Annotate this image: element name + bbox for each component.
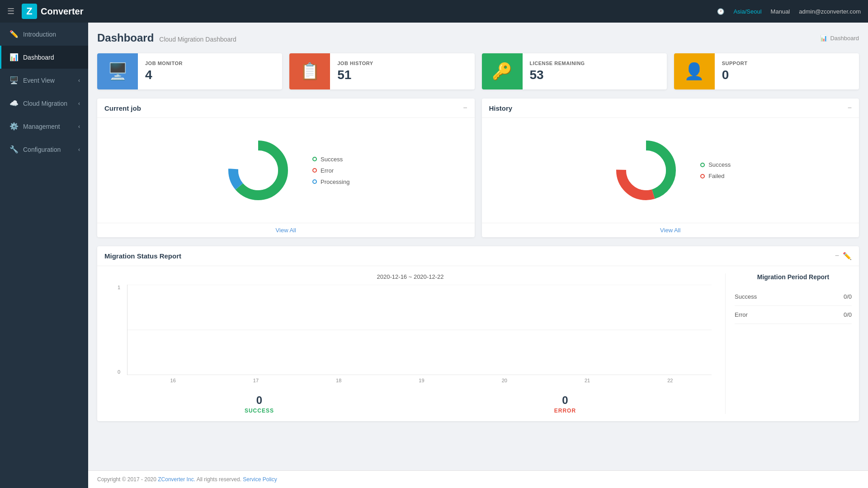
current-job-donut	[222, 134, 294, 206]
current-job-title: Current job	[104, 104, 141, 112]
footer-text: Copyright © 2017 - 2020	[97, 476, 158, 483]
wrench-icon: 🔧	[9, 145, 19, 154]
error-label: Error	[321, 167, 334, 174]
brand-name: Converter	[41, 6, 83, 17]
manual-link[interactable]: Manual	[771, 8, 790, 15]
sidebar-item-cloud-migration[interactable]: ☁️ Cloud Migration ‹	[0, 92, 88, 115]
bar-chart-svg	[127, 285, 712, 375]
timezone-clock-icon: 🕐	[717, 8, 724, 15]
chart-bar-icon: 📊	[820, 35, 827, 42]
current-job-legend: Success Error Processing	[312, 156, 349, 185]
period-report-title: Migration Period Report	[735, 273, 852, 281]
sidebar-item-configuration[interactable]: 🔧 Configuration ‹	[0, 138, 88, 161]
monitor-icon: 🖥️	[9, 76, 19, 84]
edit-icon: ✏️	[9, 30, 19, 38]
legend-processing: Processing	[312, 178, 349, 185]
x-axis-labels: 16 17 18 19 20 21 22	[127, 378, 716, 383]
navbar: ☰ Z Converter 🕐 Asia/Seoul Manual admin@…	[0, 0, 868, 23]
y-axis-labels: 1 0	[118, 285, 120, 375]
summary-error: 0 ERROR	[554, 394, 576, 414]
sidebar: ✏️ Introduction 📊 Dashboard 🖥️ Event Vie…	[0, 23, 88, 488]
summary-success-label: SUCCESS	[245, 408, 274, 414]
history-legend-success: Success	[700, 161, 731, 168]
z-logo: Z	[22, 4, 37, 19]
period-success-label: Success	[735, 293, 757, 300]
stat-card-license[interactable]: 🔑 LICENSE REMAINING 53	[482, 53, 667, 89]
summary-success: 0 SUCCESS	[245, 394, 274, 414]
chevron-right-icon-3: ‹	[78, 123, 80, 130]
history-success-dot	[700, 163, 705, 167]
job-history-icon: 📋	[289, 53, 330, 89]
processing-label: Processing	[321, 178, 349, 185]
period-error-value: 0/0	[844, 311, 852, 318]
job-monitor-body: JOB MONITOR 4	[138, 55, 282, 88]
chart-area: 2020-12-16 ~ 2020-12-22 1 0	[104, 273, 716, 414]
chevron-right-icon: ‹	[78, 77, 80, 84]
history-chart: Success Failed	[489, 125, 852, 216]
support-label: SUPPORT	[722, 61, 852, 66]
page-title: Dashboard	[97, 32, 154, 44]
migration-report-header: Migration Status Report − ✏️	[97, 246, 859, 266]
sidebar-item-event-view[interactable]: 🖥️ Event View ‹	[0, 69, 88, 92]
job-history-label: JOB HISTORY	[337, 61, 467, 66]
stat-card-job-monitor[interactable]: 🖥️ JOB MONITOR 4	[97, 53, 282, 89]
history-view-all[interactable]: View All	[482, 223, 859, 237]
minimize-icon-3[interactable]: −	[835, 252, 839, 260]
date-range: 2020-12-16 ~ 2020-12-22	[104, 273, 716, 280]
service-policy-link[interactable]: Service Policy	[243, 476, 277, 483]
timezone-link[interactable]: Asia/Seoul	[733, 8, 761, 15]
page-subtitle: Cloud Migration Dashboard	[159, 36, 236, 43]
bar-chart: 1 0	[127, 285, 712, 375]
history-panel: History −	[482, 99, 859, 237]
processing-dot	[312, 179, 317, 184]
company-link[interactable]: ZConverter Inc.	[158, 476, 195, 483]
success-dot	[312, 157, 317, 161]
x-label-21: 21	[585, 378, 590, 383]
summary-success-value: 0	[245, 394, 274, 407]
current-job-chart: Success Error Processing	[104, 125, 467, 216]
current-job-svg	[222, 134, 294, 206]
period-report-sidebar: Migration Period Report Success 0/0 Erro…	[725, 273, 852, 414]
sidebar-item-eventview-label: Event View	[23, 77, 55, 84]
page-header-left: Dashboard Cloud Migration Dashboard	[97, 32, 236, 44]
current-job-panel: Current job −	[97, 99, 475, 237]
support-value: 0	[722, 68, 852, 82]
sidebar-item-dashboard[interactable]: 📊 Dashboard	[0, 46, 88, 69]
license-label: LICENSE REMAINING	[530, 61, 660, 66]
footer-rest: All rights reserved.	[197, 476, 241, 483]
x-label-20: 20	[502, 378, 507, 383]
minimize-icon[interactable]: −	[463, 104, 467, 112]
history-failed-dot	[700, 174, 705, 178]
current-job-view-all[interactable]: View All	[97, 223, 475, 237]
menu-icon[interactable]: ☰	[7, 6, 14, 16]
history-svg	[610, 134, 682, 206]
y-label-0: 0	[118, 369, 120, 375]
sidebar-item-management[interactable]: ⚙️ Management ‹	[0, 115, 88, 138]
job-monitor-label: JOB MONITOR	[145, 61, 275, 66]
svg-point-2	[238, 150, 278, 190]
minimize-icon-2[interactable]: −	[848, 104, 852, 112]
stat-card-support[interactable]: 👤 SUPPORT 0	[674, 53, 859, 89]
x-label-19: 19	[419, 378, 424, 383]
period-success-value: 0/0	[844, 293, 852, 300]
y-label-1: 1	[118, 285, 120, 290]
dashboard-icon: 📊	[9, 53, 19, 61]
stat-card-job-history[interactable]: 📋 JOB HISTORY 51	[289, 53, 474, 89]
navbar-right: 🕐 Asia/Seoul Manual admin@zconverter.com	[717, 8, 861, 15]
edit-report-icon[interactable]: ✏️	[843, 252, 852, 260]
chart-summary: 0 SUCCESS 0 ERROR	[104, 390, 716, 414]
x-label-22: 22	[667, 378, 673, 383]
current-job-body: Success Error Processing	[97, 118, 475, 223]
history-donut	[610, 134, 682, 206]
app-body: Dashboard Cloud Migration Dashboard 📊 Da…	[0, 23, 868, 470]
sidebar-item-introduction[interactable]: ✏️ Introduction	[0, 23, 88, 46]
support-body: SUPPORT 0	[715, 55, 859, 88]
x-label-18: 18	[336, 378, 341, 383]
migration-report-body: 2020-12-16 ~ 2020-12-22 1 0	[97, 266, 859, 421]
footer: Copyright © 2017 - 2020 ZConverter Inc. …	[88, 470, 868, 488]
error-dot	[312, 168, 317, 173]
migration-report-panel: Migration Status Report − ✏️ 2020-12-16 …	[97, 246, 859, 421]
svg-point-5	[626, 150, 666, 190]
license-body: LICENSE REMAINING 53	[523, 55, 667, 88]
support-icon: 👤	[674, 53, 715, 89]
